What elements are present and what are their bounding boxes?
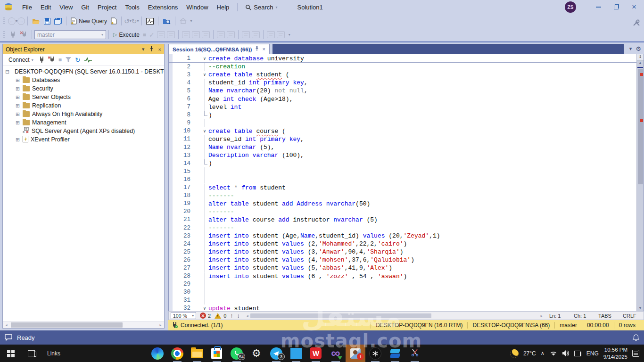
- code-line-2[interactable]: 2--creation: [169, 63, 636, 71]
- code-line-16[interactable]: 16: [169, 175, 636, 183]
- refresh-icon[interactable]: ↻: [75, 56, 81, 64]
- pin-icon[interactable]: [149, 46, 154, 52]
- tab-close-icon[interactable]: ×: [262, 46, 265, 52]
- save-all-icon[interactable]: [52, 17, 64, 25]
- code-line-13[interactable]: 13Description varchar (100),: [169, 151, 636, 159]
- save-icon[interactable]: [42, 17, 52, 25]
- expand-icon[interactable]: ⊞: [15, 94, 20, 100]
- results-to-grid-icon[interactable]: [202, 31, 210, 38]
- code-area[interactable]: 1∨create database university2--creation3…: [168, 54, 644, 311]
- code-line-3[interactable]: 3∨create table student (: [169, 71, 636, 79]
- code-line-6[interactable]: 6Age int check (Age>18),: [169, 95, 636, 103]
- stop-icon[interactable]: ■: [143, 32, 146, 38]
- hscroll-right-icon[interactable]: ▸: [540, 313, 543, 318]
- change-connection-icon[interactable]: [18, 30, 29, 39]
- object-explorer-titlebar[interactable]: Object Explorer ▾ ×: [3, 44, 164, 54]
- fold-collapse-icon[interactable]: ∨: [201, 55, 208, 62]
- tree-item-always-on-high-availability[interactable]: ⊞Always On High Availability: [3, 110, 164, 118]
- menu-file[interactable]: File: [18, 2, 36, 12]
- telegram-icon[interactable]: 3: [266, 345, 286, 362]
- wifi-icon[interactable]: [549, 350, 558, 356]
- menu-project[interactable]: Project: [93, 2, 121, 12]
- clock[interactable]: 10:56 PM 9/14/2025: [603, 346, 627, 360]
- undo-icon[interactable]: ↺: [124, 17, 130, 25]
- volume-icon[interactable]: [562, 350, 570, 356]
- comment-icon[interactable]: [227, 31, 235, 38]
- settings-icon[interactable]: ⚙: [247, 345, 266, 362]
- new-query-button[interactable]: New Query: [69, 16, 109, 25]
- activity-monitor-icon[interactable]: [144, 17, 156, 25]
- sql-code[interactable]: 1∨create database university2--creation3…: [169, 54, 636, 311]
- filter-icon[interactable]: [66, 57, 71, 63]
- scroll-right-icon[interactable]: ▸: [157, 323, 164, 327]
- file-explorer-icon[interactable]: [187, 345, 207, 362]
- nav-back-icon[interactable]: ←: [8, 17, 16, 25]
- restore-button[interactable]: [608, 1, 624, 13]
- open-file-icon[interactable]: [30, 17, 42, 25]
- specify-values-icon[interactable]: [277, 31, 285, 38]
- weather-temp[interactable]: 27°C: [523, 350, 536, 357]
- code-line-7[interactable]: 7level int: [169, 103, 636, 111]
- expand-icon[interactable]: ⊞: [15, 137, 20, 143]
- search-control[interactable]: Search ▾: [241, 3, 281, 12]
- expand-icon[interactable]: ⊞: [15, 77, 20, 83]
- vscode-icon[interactable]: [286, 345, 306, 362]
- code-line-25[interactable]: 25insert into student values (3,'Anwar',…: [169, 248, 636, 256]
- wps-office-icon[interactable]: W: [306, 345, 326, 362]
- collapse-icon[interactable]: ⊟: [5, 69, 10, 75]
- code-line-21[interactable]: 21alter table course add instructor nvar…: [169, 216, 636, 224]
- document-options-gear-icon[interactable]: ⚙: [636, 45, 641, 52]
- hscroll-thumb[interactable]: [11, 322, 123, 328]
- redo-caret[interactable]: ▾: [137, 19, 139, 23]
- active-app-icon[interactable]: 1: [346, 345, 365, 362]
- editor-hscroll-thumb[interactable]: [250, 313, 431, 318]
- microsoft-store-icon[interactable]: [207, 345, 227, 362]
- object-search-icon[interactable]: [161, 17, 173, 25]
- menu-tools[interactable]: Tools: [121, 2, 143, 12]
- code-line-20[interactable]: 20-------: [169, 208, 636, 216]
- scroll-left-icon[interactable]: ◂: [3, 323, 10, 327]
- code-line-8[interactable]: 8): [169, 111, 636, 119]
- whatsapp-icon[interactable]: 54: [227, 345, 247, 362]
- toolbar-grip[interactable]: [3, 17, 5, 25]
- menu-edit[interactable]: Edit: [36, 2, 55, 12]
- connect-dropdown[interactable]: Connect▾: [7, 56, 35, 64]
- connect-db-icon[interactable]: [8, 30, 18, 39]
- task-view-button[interactable]: [22, 350, 41, 356]
- uncomment-icon[interactable]: [242, 31, 250, 38]
- estimated-plan-icon[interactable]: [157, 31, 165, 38]
- tab-session[interactable]: Session 16(SQ...Q9FN\SA (66)) ×: [168, 44, 270, 54]
- notifications-bell-icon[interactable]: [633, 334, 639, 341]
- next-issue-icon[interactable]: ↓: [237, 313, 239, 319]
- menu-help[interactable]: Help: [213, 2, 234, 12]
- close-button[interactable]: ×: [626, 1, 642, 13]
- menu-view[interactable]: View: [55, 2, 77, 12]
- code-line-23[interactable]: 23insert into student (Age,Name,student_…: [169, 232, 636, 240]
- code-line-30[interactable]: 30: [169, 288, 636, 296]
- code-line-31[interactable]: 31: [169, 296, 636, 304]
- code-line-15[interactable]: 15: [169, 167, 636, 175]
- toolbar-overflow-icon[interactable]: ▾: [190, 19, 192, 23]
- code-line-29[interactable]: 29: [169, 280, 636, 288]
- toolbar-grip-2[interactable]: [3, 31, 5, 39]
- nav-forward-icon[interactable]: →: [17, 17, 25, 25]
- code-line-22[interactable]: 22-------: [169, 224, 636, 232]
- tree-item-sql-server-agent-agent-xps-disabled[interactable]: xSQL Server Agent (Agent XPs disabled): [3, 127, 164, 135]
- code-line-27[interactable]: 27insert into student values (5,'abbas',…: [169, 264, 636, 272]
- edge-icon[interactable]: [148, 345, 167, 362]
- tab-list-caret-icon[interactable]: ▾: [629, 46, 632, 52]
- menu-window[interactable]: Window: [182, 2, 212, 12]
- feedback-icon[interactable]: [5, 334, 12, 341]
- toolbar2-overflow-icon[interactable]: ▾: [289, 33, 290, 37]
- code-line-19[interactable]: 19alter table student add Address nvarch…: [169, 200, 636, 208]
- visual-studio-icon[interactable]: ∞: [326, 345, 346, 362]
- close-panel-icon[interactable]: ×: [158, 47, 161, 52]
- language-indicator[interactable]: ENG: [586, 350, 599, 357]
- code-line-4[interactable]: 4student_id int primary key,: [169, 79, 636, 87]
- panel-splitter[interactable]: [165, 42, 168, 330]
- disconnect-server-icon[interactable]: [48, 57, 55, 63]
- code-line-10[interactable]: 10∨create table course (: [169, 127, 636, 135]
- fold-collapse-icon[interactable]: ∨: [201, 71, 208, 79]
- stop-service-icon[interactable]: ■: [58, 57, 62, 63]
- customize-toolbar-icon[interactable]: [633, 19, 640, 26]
